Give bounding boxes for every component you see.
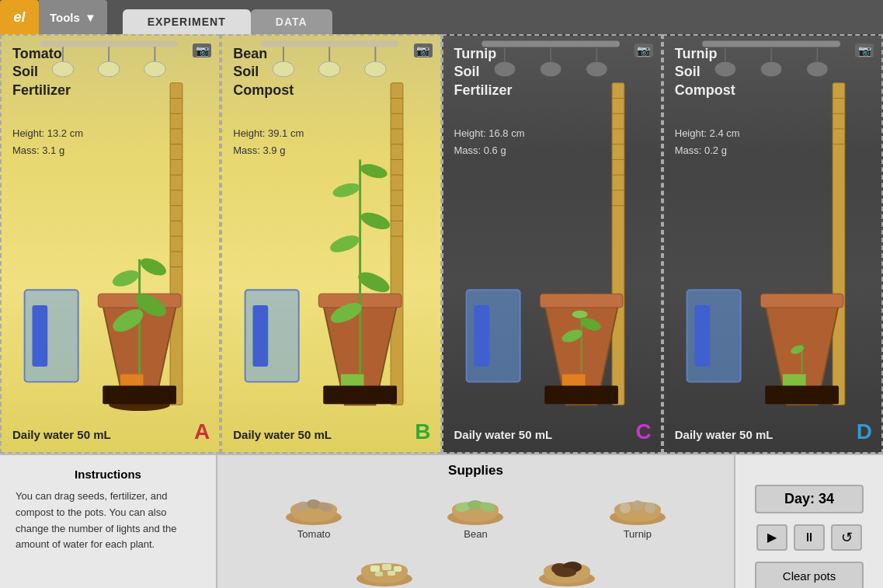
pot-letter-d: D — [857, 419, 872, 444]
svg-point-115 — [632, 500, 643, 511]
svg-point-6 — [144, 61, 166, 77]
svg-rect-120 — [394, 566, 402, 572]
pot-water-label-a: Daily water 50 mL — [12, 428, 111, 441]
logo-button[interactable]: el — [0, 0, 39, 34]
svg-point-35 — [319, 61, 341, 77]
svg-rect-118 — [370, 565, 380, 572]
header: el Tools ▼ EXPERIMENT DATA — [0, 0, 883, 34]
supply-bean[interactable]: Bean — [444, 485, 506, 540]
svg-rect-122 — [388, 571, 395, 576]
svg-rect-81 — [544, 386, 618, 405]
pot-water-label-c: Daily water 50 mL — [454, 428, 553, 441]
svg-point-59 — [332, 181, 361, 200]
supply-fertilizer[interactable]: Fertilizer — [353, 546, 415, 588]
pot-panel-c: Turnip Soil Fertilizer Height: 16.8 cm M… — [442, 34, 662, 454]
svg-point-65 — [540, 61, 561, 77]
pot-illustration-a — [2, 36, 219, 452]
tools-dropdown-icon: ▼ — [85, 11, 96, 24]
tools-label: Tools — [50, 11, 80, 24]
turnip-label: Turnip — [624, 528, 652, 540]
svg-rect-25 — [103, 386, 176, 405]
pot-panel-a: Tomato Soil Fertilizer Height: 13.2 cm M… — [0, 34, 221, 454]
svg-point-2 — [52, 61, 74, 77]
svg-rect-31 — [261, 40, 399, 47]
day-display: Day: 34 — [755, 485, 864, 513]
svg-point-88 — [714, 61, 736, 77]
svg-point-33 — [273, 61, 294, 77]
svg-rect-68 — [612, 83, 624, 405]
reset-button[interactable]: ↺ — [831, 524, 862, 551]
playback-controls: ▶ ⏸ ↺ — [756, 524, 862, 551]
fertilizer-bowl-svg — [353, 546, 415, 586]
compost-bowl-svg — [536, 546, 598, 586]
controls-panel: Day: 34 ▶ ⏸ ↺ Clear pots — [735, 455, 883, 588]
turnip-bowl-svg — [607, 485, 669, 525]
svg-point-60 — [359, 162, 388, 180]
bean-label: Bean — [464, 528, 487, 540]
tomato-bowl-svg — [283, 485, 345, 525]
play-button[interactable]: ▶ — [756, 524, 787, 551]
svg-rect-100 — [760, 294, 843, 308]
supplies-title: Supplies — [233, 463, 718, 478]
svg-point-90 — [760, 61, 782, 77]
svg-rect-21 — [32, 305, 47, 367]
svg-rect-121 — [375, 572, 383, 576]
svg-point-4 — [98, 61, 120, 77]
instructions-text: You can drag seeds, fertilizer, and comp… — [16, 489, 200, 553]
svg-rect-79 — [540, 294, 623, 308]
svg-rect-38 — [391, 83, 403, 405]
tools-button[interactable]: Tools ▼ — [39, 0, 107, 34]
pot-water-label-d: Daily water 50 mL — [675, 428, 773, 441]
svg-rect-78 — [474, 305, 489, 367]
svg-point-116 — [645, 503, 655, 513]
svg-rect-61 — [481, 40, 620, 47]
svg-point-126 — [554, 568, 576, 577]
pot-letter-c: C — [636, 419, 652, 444]
svg-rect-0 — [40, 40, 178, 47]
pot-letter-a: A — [194, 419, 210, 444]
supplies-row-2: Fertilizer Compost — [233, 546, 718, 588]
pot-panel-b: Bean Soil Compost Height: 39.1 cm Mass: … — [221, 34, 441, 454]
pot-illustration-b — [222, 36, 440, 452]
supplies-panel: Supplies Tomato — [217, 455, 735, 588]
svg-rect-119 — [382, 564, 391, 570]
svg-rect-50 — [253, 305, 269, 367]
tomato-label: Tomato — [297, 528, 331, 540]
instructions-title: Instructions — [16, 468, 200, 481]
svg-point-37 — [365, 61, 387, 77]
bean-bowl-svg — [444, 485, 506, 525]
svg-point-85 — [572, 311, 587, 318]
bottom-panel: Instructions You can drag seeds, fertili… — [0, 454, 883, 588]
svg-rect-99 — [694, 305, 710, 367]
supplies-row-1: Tomato Bean — [233, 485, 718, 540]
pot-panel-d: Turnip Soil Compost Height: 2.4 cm Mass:… — [662, 34, 883, 454]
tab-experiment[interactable]: EXPERIMENT — [123, 9, 251, 34]
clear-pots-button[interactable]: Clear pots — [755, 562, 864, 589]
pot-illustration-d — [664, 36, 881, 452]
pot-letter-b: B — [415, 419, 430, 444]
svg-rect-7 — [170, 83, 183, 405]
supply-turnip[interactable]: Turnip — [607, 485, 669, 540]
svg-point-67 — [586, 61, 607, 77]
svg-point-29 — [110, 267, 141, 290]
svg-rect-93 — [833, 83, 845, 405]
pot-illustration-c — [443, 36, 661, 452]
svg-point-58 — [359, 209, 392, 232]
svg-point-30 — [138, 255, 169, 279]
experiment-area: Tomato Soil Fertilizer Height: 13.2 cm M… — [0, 34, 883, 454]
tab-area: EXPERIMENT DATA — [107, 0, 883, 34]
svg-point-92 — [806, 61, 828, 77]
svg-point-57 — [329, 232, 362, 256]
svg-point-63 — [494, 61, 516, 77]
tab-data[interactable]: DATA — [251, 9, 332, 34]
svg-rect-86 — [702, 40, 840, 47]
instructions-panel: Instructions You can drag seeds, fertili… — [0, 455, 217, 588]
svg-point-114 — [620, 503, 631, 513]
svg-rect-53 — [324, 386, 398, 405]
logo-text: el — [13, 9, 25, 26]
supply-compost[interactable]: Compost — [536, 546, 598, 588]
svg-rect-102 — [765, 386, 839, 405]
supply-tomato[interactable]: Tomato — [283, 485, 345, 540]
pause-button[interactable]: ⏸ — [794, 524, 825, 551]
pot-water-label-b: Daily water 50 mL — [233, 428, 332, 441]
